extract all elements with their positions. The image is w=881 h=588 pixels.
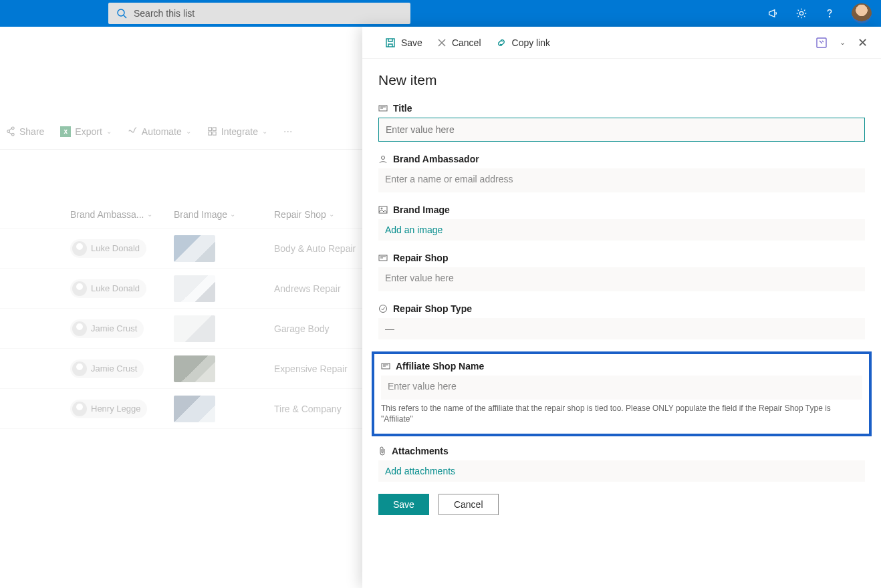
image-thumbnail xyxy=(174,235,215,262)
text-field-icon xyxy=(381,361,390,371)
share-icon xyxy=(5,126,15,136)
link-icon xyxy=(496,37,507,48)
svg-point-16 xyxy=(382,156,385,160)
save-button[interactable]: Save xyxy=(378,494,429,515)
panel-cancel-button[interactable]: Cancel xyxy=(437,37,481,48)
svg-rect-11 xyxy=(386,39,394,47)
copy-link-button[interactable]: Copy link xyxy=(496,37,551,48)
avatar-icon xyxy=(72,281,87,296)
megaphone-icon[interactable] xyxy=(767,7,779,19)
field-title: Title xyxy=(378,103,865,142)
panel-body: New item Title Brand Ambassador Enter a … xyxy=(362,59,881,588)
svg-point-20 xyxy=(380,305,387,313)
close-panel-button[interactable]: ✕ xyxy=(858,35,868,50)
repair-shop-cell: Garage Body xyxy=(274,323,330,334)
person-chip: Luke Donald xyxy=(70,279,146,298)
col-header-repair-shop[interactable]: Repair Shop⌄ xyxy=(274,209,374,220)
avatar[interactable] xyxy=(852,3,872,23)
repair-shop-type-input[interactable]: — xyxy=(378,318,865,339)
field-affiliate-shop-name: Affiliate Shop Name Enter value here Thi… xyxy=(381,361,862,424)
brand-ambassador-input[interactable]: Enter a name or email address xyxy=(378,168,865,192)
attachment-icon xyxy=(378,446,386,456)
svg-point-18 xyxy=(381,208,382,209)
panel-command-bar: Save Cancel Copy link ⌄ ✕ xyxy=(362,27,881,59)
col-header-brand-ambassador[interactable]: Brand Ambassa...⌄ xyxy=(70,209,174,220)
save-icon xyxy=(385,37,396,48)
share-button[interactable]: Share xyxy=(5,126,44,137)
svg-rect-10 xyxy=(213,132,216,135)
person-chip: Luke Donald xyxy=(70,239,146,258)
avatar-icon xyxy=(72,321,87,336)
flow-icon xyxy=(128,126,138,136)
affiliate-highlight: Affiliate Shop Name Enter value here Thi… xyxy=(372,351,872,436)
search-icon xyxy=(116,8,127,19)
search-box[interactable]: Search this list xyxy=(108,3,410,24)
chevron-down-icon: ⌄ xyxy=(329,210,334,218)
person-chip: Henry Legge xyxy=(70,400,147,418)
field-repair-shop: Repair Shop Enter value here xyxy=(378,253,865,291)
svg-rect-8 xyxy=(213,128,216,131)
add-attachments-link[interactable]: Add attachments xyxy=(378,460,865,482)
chevron-down-icon[interactable]: ⌄ xyxy=(840,38,846,47)
choice-icon xyxy=(378,304,388,313)
svg-line-1 xyxy=(124,15,126,18)
title-input[interactable] xyxy=(378,118,865,142)
form-customize-icon[interactable] xyxy=(815,37,828,49)
integrate-button[interactable]: Integrate ⌄ xyxy=(207,126,267,137)
field-attachments: Attachments Add attachments xyxy=(378,446,865,482)
more-button[interactable]: ··· xyxy=(283,126,292,138)
cancel-button[interactable]: Cancel xyxy=(438,494,499,515)
svg-point-5 xyxy=(7,130,10,133)
repair-shop-cell: Body & Auto Repair xyxy=(274,243,356,254)
svg-point-2 xyxy=(799,11,803,15)
repair-shop-cell: Andrews Repair xyxy=(274,283,341,294)
add-image-link[interactable]: Add an image xyxy=(378,219,865,241)
text-field-icon xyxy=(378,253,388,263)
svg-rect-17 xyxy=(379,206,387,213)
automate-button[interactable]: Automate ⌄ xyxy=(128,126,191,137)
field-brand-image: Brand Image Add an image xyxy=(378,204,865,241)
repair-shop-cell: Tire & Company xyxy=(274,404,342,414)
excel-icon: x xyxy=(60,126,71,137)
panel-save-button[interactable]: Save xyxy=(385,37,422,48)
chevron-down-icon: ⌄ xyxy=(186,128,191,135)
integrate-icon xyxy=(207,126,217,136)
form-buttons: Save Cancel xyxy=(378,494,865,515)
chevron-down-icon: ⌄ xyxy=(147,210,152,218)
repair-shop-input[interactable]: Enter value here xyxy=(378,267,865,291)
help-icon[interactable] xyxy=(824,7,836,19)
svg-point-0 xyxy=(118,9,124,16)
col-header-brand-image[interactable]: Brand Image⌄ xyxy=(174,209,274,220)
avatar-icon xyxy=(72,241,87,256)
panel-title: New item xyxy=(378,72,865,88)
chevron-down-icon: ⌄ xyxy=(262,128,267,135)
image-thumbnail xyxy=(174,396,215,422)
avatar-icon xyxy=(72,361,87,376)
text-field-icon xyxy=(378,104,388,113)
svg-rect-7 xyxy=(209,128,212,131)
image-thumbnail xyxy=(174,355,215,382)
avatar-icon xyxy=(72,402,87,416)
export-button[interactable]: x Export ⌄ xyxy=(60,126,111,137)
chevron-down-icon: ⌄ xyxy=(230,210,235,218)
svg-point-3 xyxy=(829,16,830,17)
affiliate-hint: This refers to the name of the affiliate… xyxy=(381,404,862,424)
image-icon xyxy=(378,205,388,214)
new-item-panel: Save Cancel Copy link ⌄ ✕ New item xyxy=(362,27,881,588)
chevron-down-icon: ⌄ xyxy=(106,128,112,135)
field-brand-ambassador: Brand Ambassador Enter a name or email a… xyxy=(378,154,865,192)
person-chip: Jamie Crust xyxy=(70,319,144,338)
search-placeholder: Search this list xyxy=(134,8,195,19)
affiliate-shop-name-input[interactable]: Enter value here xyxy=(381,376,862,400)
repair-shop-cell: Expensive Repair xyxy=(274,363,348,374)
close-icon xyxy=(437,38,447,47)
app-header: Search this list xyxy=(0,0,881,27)
person-icon xyxy=(378,154,388,164)
person-chip: Jamie Crust xyxy=(70,359,144,378)
svg-rect-9 xyxy=(209,132,212,135)
image-thumbnail xyxy=(174,315,215,342)
gear-icon[interactable] xyxy=(795,7,807,19)
image-thumbnail xyxy=(174,275,215,302)
field-repair-shop-type: Repair Shop Type — xyxy=(378,303,865,339)
